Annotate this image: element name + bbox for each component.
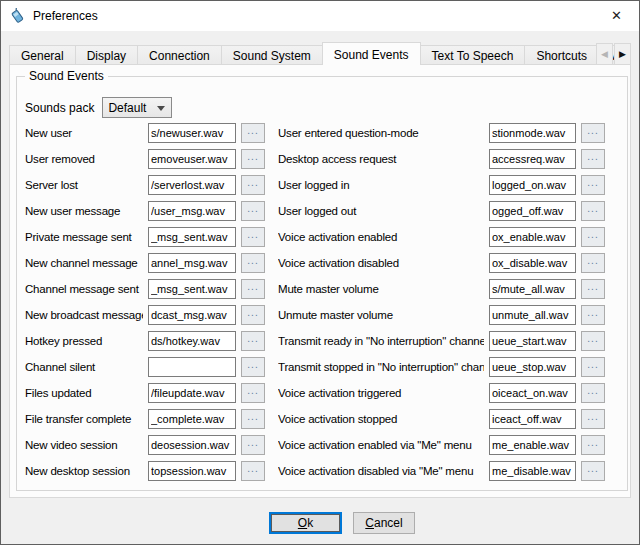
sound-file-input[interactable]: [489, 461, 576, 481]
browse-button[interactable]: ...: [241, 175, 265, 195]
right-column: User entered question-mode ... Desktop a…: [278, 123, 605, 487]
sound-file-input[interactable]: [148, 227, 236, 247]
ok-button[interactable]: Ok: [269, 512, 342, 534]
tab-label: Text To Speech: [432, 49, 514, 63]
tab-display[interactable]: Display: [75, 45, 138, 65]
sound-file-input[interactable]: [489, 149, 576, 169]
browse-button[interactable]: ...: [581, 409, 605, 429]
tab-label: Sound Events: [334, 48, 409, 62]
browse-button[interactable]: ...: [241, 279, 265, 299]
browse-button[interactable]: ...: [241, 461, 265, 481]
sound-row-file-transfer-complete: File transfer complete ...: [25, 409, 265, 429]
sound-event-label: File transfer complete: [25, 413, 143, 425]
sound-file-input[interactable]: [148, 331, 236, 351]
browse-button[interactable]: ...: [241, 201, 265, 221]
browse-button[interactable]: ...: [241, 305, 265, 325]
sound-file-input[interactable]: [148, 305, 236, 325]
sound-row-transmit-stopped: Transmit stopped in "No interruption" ch…: [278, 357, 605, 377]
sound-file-input[interactable]: [148, 253, 236, 273]
close-button[interactable]: ✕: [594, 1, 639, 30]
tab-scroll-right-icon[interactable]: ▶: [614, 43, 631, 65]
sound-file-input[interactable]: [148, 357, 236, 377]
tab-connection[interactable]: Connection: [137, 45, 222, 65]
sound-event-label: Hotkey pressed: [25, 335, 143, 347]
tab-text-to-speech[interactable]: Text To Speech: [420, 45, 526, 65]
browse-button[interactable]: ...: [581, 305, 605, 325]
sound-file-input[interactable]: [489, 279, 576, 299]
cancel-button[interactable]: Cancel: [353, 512, 415, 534]
tab-shortcuts[interactable]: Shortcuts: [524, 45, 599, 65]
sound-file-input[interactable]: [489, 305, 576, 325]
sound-event-label: User logged in: [278, 179, 484, 191]
browse-button[interactable]: ...: [241, 123, 265, 143]
sound-row-new-channel-message: New channel message ...: [25, 253, 265, 273]
browse-button[interactable]: ...: [581, 383, 605, 403]
browse-button[interactable]: ...: [581, 149, 605, 169]
sound-file-input[interactable]: [148, 201, 236, 221]
browse-button[interactable]: ...: [581, 201, 605, 221]
tab-scroll-left-icon[interactable]: ◀: [596, 43, 613, 65]
sound-file-input[interactable]: [489, 331, 576, 351]
sound-file-input[interactable]: [489, 357, 576, 377]
browse-button[interactable]: ...: [581, 461, 605, 481]
sound-file-input[interactable]: [489, 435, 576, 455]
sound-event-label: New video session: [25, 439, 143, 451]
browse-button[interactable]: ...: [241, 435, 265, 455]
browse-button[interactable]: ...: [581, 279, 605, 299]
browse-button[interactable]: ...: [241, 253, 265, 273]
sound-row-new-broadcast-message: New broadcast message ...: [25, 305, 265, 325]
sound-file-input[interactable]: [148, 409, 236, 429]
sound-file-input[interactable]: [489, 175, 576, 195]
tab-scrollers: ◀ ▶: [595, 43, 631, 65]
sound-event-label: User removed: [25, 153, 143, 165]
sound-row-new-user: New user ...: [25, 123, 265, 143]
sound-event-label: Transmit ready in "No interruption" chan…: [278, 335, 484, 347]
browse-button[interactable]: ...: [241, 331, 265, 351]
browse-button[interactable]: ...: [581, 227, 605, 247]
sound-row-new-desktop-session: New desktop session ...: [25, 461, 265, 481]
sound-file-input[interactable]: [489, 123, 576, 143]
sound-row-user-removed: User removed ...: [25, 149, 265, 169]
tab-sound-system[interactable]: Sound System: [221, 45, 323, 65]
sound-file-input[interactable]: [148, 175, 236, 195]
browse-button[interactable]: ...: [241, 227, 265, 247]
browse-button[interactable]: ...: [581, 253, 605, 273]
browse-button[interactable]: ...: [581, 331, 605, 351]
tab-label: Shortcuts: [536, 49, 587, 63]
browse-button[interactable]: ...: [581, 435, 605, 455]
sound-file-input[interactable]: [489, 201, 576, 221]
sound-file-input[interactable]: [489, 227, 576, 247]
sound-file-input[interactable]: [148, 279, 236, 299]
sound-row-user-logged-in: User logged in ...: [278, 175, 605, 195]
sound-event-label: Channel message sent: [25, 283, 143, 295]
sound-file-input[interactable]: [148, 383, 236, 403]
sound-file-input[interactable]: [148, 461, 236, 481]
sound-event-label: Unmute master volume: [278, 309, 484, 321]
sound-file-input[interactable]: [148, 149, 236, 169]
sound-file-input[interactable]: [489, 253, 576, 273]
title-bar: Preferences ✕: [1, 1, 639, 31]
sound-file-input[interactable]: [148, 435, 236, 455]
sound-row-voiceact-disabled: Voice activation disabled ...: [278, 253, 605, 273]
browse-button[interactable]: ...: [241, 383, 265, 403]
sounds-pack-select[interactable]: Default: [102, 97, 172, 118]
sounds-pack-row: Sounds pack Default: [25, 97, 172, 118]
browse-button[interactable]: ...: [241, 357, 265, 377]
sound-event-label: Transmit stopped in "No interruption" ch…: [278, 361, 484, 373]
tab-general[interactable]: General: [9, 45, 76, 65]
sound-file-input[interactable]: [489, 409, 576, 429]
browse-button[interactable]: ...: [581, 357, 605, 377]
browse-button[interactable]: ...: [241, 149, 265, 169]
sound-file-input[interactable]: [489, 383, 576, 403]
cancel-rest: ancel: [374, 516, 403, 530]
browse-button[interactable]: ...: [581, 175, 605, 195]
browse-button[interactable]: ...: [241, 409, 265, 429]
sound-file-input[interactable]: [148, 123, 236, 143]
browse-button[interactable]: ...: [581, 123, 605, 143]
sound-row-new-user-message: New user message ...: [25, 201, 265, 221]
ok-rest: k: [307, 516, 313, 530]
left-column: New user ... User removed ... Server los…: [25, 123, 265, 487]
tab-sound-events[interactable]: Sound Events: [322, 42, 421, 65]
dropdown-arrow-icon: [157, 106, 165, 111]
cancel-accel: C: [365, 516, 374, 530]
